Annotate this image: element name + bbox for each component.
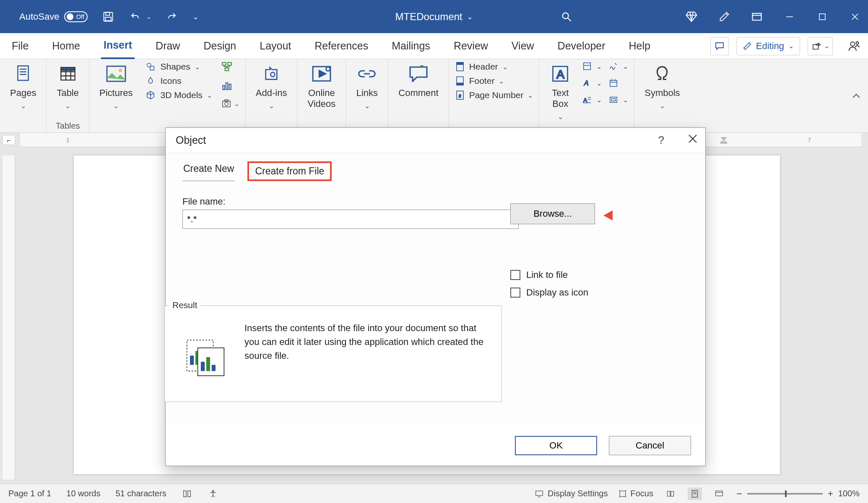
pictures-label: Pictures [99, 88, 133, 99]
links-button[interactable]: Links ⌄ [352, 62, 382, 111]
page-number-button[interactable]: #Page Number⌄ [455, 90, 533, 100]
ok-button[interactable]: OK [515, 436, 597, 455]
editing-mode-button[interactable]: Editing ⌄ [736, 37, 800, 55]
tab-mailings[interactable]: Mailings [389, 33, 433, 59]
account-icon[interactable] [848, 40, 860, 52]
pictures-button[interactable]: Pictures ⌄ [95, 62, 137, 111]
zoom-level[interactable]: 100% [838, 489, 860, 498]
zoom-out-button[interactable]: − [736, 488, 742, 500]
wordart-button[interactable]: A⌄ [582, 78, 602, 88]
tab-design[interactable]: Design [201, 33, 239, 59]
char-count[interactable]: 51 characters [115, 489, 166, 498]
collapse-ribbon-icon[interactable] [851, 93, 861, 99]
svg-text:A: A [584, 79, 589, 87]
accessibility-icon[interactable] [208, 489, 218, 498]
group-tables: Table ⌄ Tables [47, 59, 89, 132]
qat-more-icon[interactable]: ⌄ [192, 12, 199, 21]
quick-parts-button[interactable]: ⌄ [582, 62, 602, 71]
zoom-slider[interactable] [747, 493, 823, 495]
screen-icon [534, 490, 544, 498]
pages-button[interactable]: Pages ⌄ [6, 62, 40, 111]
comment-icon [408, 63, 429, 84]
page-indicator[interactable]: Page 1 of 1 [8, 489, 51, 498]
diamond-icon[interactable] [685, 10, 698, 23]
signature-button[interactable]: ⌄ [608, 62, 628, 71]
header-button[interactable]: Header⌄ [455, 62, 533, 72]
word-count[interactable]: 10 words [66, 489, 100, 498]
browse-button[interactable]: Browse... [510, 203, 595, 224]
footer-icon [455, 76, 465, 86]
maximize-icon[interactable] [816, 10, 829, 23]
display-settings-button[interactable]: Display Settings [534, 489, 608, 498]
svg-rect-31 [223, 86, 224, 90]
pages-icon [12, 63, 34, 84]
redo-icon[interactable] [166, 10, 178, 23]
document-title[interactable]: MTEDocument ⌄ [395, 11, 473, 23]
read-mode-button[interactable] [663, 487, 678, 500]
shapes-button[interactable]: Shapes⌄ [145, 62, 212, 72]
object-button[interactable]: ⌄ [608, 95, 628, 104]
tab-references[interactable]: References [312, 33, 371, 59]
text-box-button[interactable]: A TextBox ⌄ [545, 62, 575, 122]
close-icon[interactable] [849, 10, 861, 23]
addins-button[interactable]: Add-ins ⌄ [252, 62, 291, 111]
tab-help[interactable]: Help [626, 33, 653, 59]
search-icon[interactable] [560, 10, 573, 23]
tab-review[interactable]: Review [451, 33, 491, 59]
focus-button[interactable]: Focus [618, 489, 653, 498]
date-time-button[interactable] [608, 78, 628, 88]
undo-icon[interactable] [129, 10, 141, 23]
eyedropper-icon[interactable] [718, 10, 730, 23]
dialog-close-icon[interactable] [688, 134, 698, 147]
print-layout-button[interactable] [688, 487, 702, 500]
web-layout-button[interactable] [712, 487, 726, 500]
symbols-button[interactable]: Symbols ⌄ [640, 62, 684, 111]
book-icon[interactable] [182, 489, 192, 498]
dialog-help-button[interactable]: ? [658, 134, 664, 147]
tab-home[interactable]: Home [49, 33, 83, 59]
link-to-file-checkbox[interactable]: Link to file [510, 270, 588, 280]
save-icon[interactable] [102, 10, 114, 23]
tab-insert[interactable]: Insert [101, 33, 135, 59]
window-mode-icon[interactable] [751, 10, 763, 23]
autosave-toggle[interactable]: AutoSave Off [19, 11, 88, 22]
ruler-corner[interactable]: ⌐ [3, 135, 15, 145]
minimize-icon[interactable] [783, 10, 796, 23]
table-icon [57, 63, 79, 84]
table-button[interactable]: Table ⌄ [52, 62, 83, 111]
group-text: A TextBox ⌄ ⌄ A⌄ A⌄ ⌄ ⌄ [539, 59, 634, 132]
footer-button[interactable]: Footer⌄ [455, 76, 533, 86]
tables-group-label: Tables [56, 121, 80, 131]
comment-button[interactable]: Comment [394, 62, 442, 100]
3dmodels-button[interactable]: 3D Models⌄ [145, 90, 212, 100]
tab-view[interactable]: View [509, 33, 537, 59]
create-from-file-label: Create from File [255, 166, 324, 176]
smartart-button[interactable] [221, 62, 239, 73]
tab-developer[interactable]: Developer [555, 33, 608, 59]
tab-file[interactable]: File [9, 33, 31, 59]
display-as-icon-checkbox[interactable]: Display as icon [510, 287, 588, 298]
toggle-switch[interactable]: Off [64, 11, 88, 22]
tab-create-new[interactable]: Create New [182, 161, 235, 181]
svg-rect-62 [612, 99, 616, 101]
icons-button[interactable]: Icons [145, 76, 212, 86]
right-indent-marker[interactable] [720, 137, 727, 145]
shapes-label: Shapes [160, 62, 190, 72]
zoom-in-button[interactable]: + [828, 488, 833, 499]
tab-create-from-file[interactable]: Create from File [247, 161, 332, 181]
chevron-down-icon: ⌄ [596, 96, 602, 104]
chart-button[interactable] [221, 80, 239, 91]
cancel-button[interactable]: Cancel [609, 436, 691, 455]
ruler-vertical[interactable] [3, 156, 15, 480]
svg-rect-33 [229, 84, 231, 90]
undo-chevron-icon[interactable]: ⌄ [146, 13, 151, 20]
tab-layout[interactable]: Layout [257, 33, 294, 59]
file-name-input[interactable] [182, 210, 519, 229]
share-button[interactable]: ⌄ [808, 37, 833, 55]
drop-cap-button[interactable]: A⌄ [582, 95, 602, 104]
online-videos-button[interactable]: OnlineVideos [303, 62, 340, 111]
zoom-thumb[interactable] [785, 490, 787, 497]
tab-draw[interactable]: Draw [153, 33, 182, 59]
comments-button[interactable] [710, 37, 729, 55]
screenshot-button[interactable]: ⌄ [221, 99, 239, 109]
